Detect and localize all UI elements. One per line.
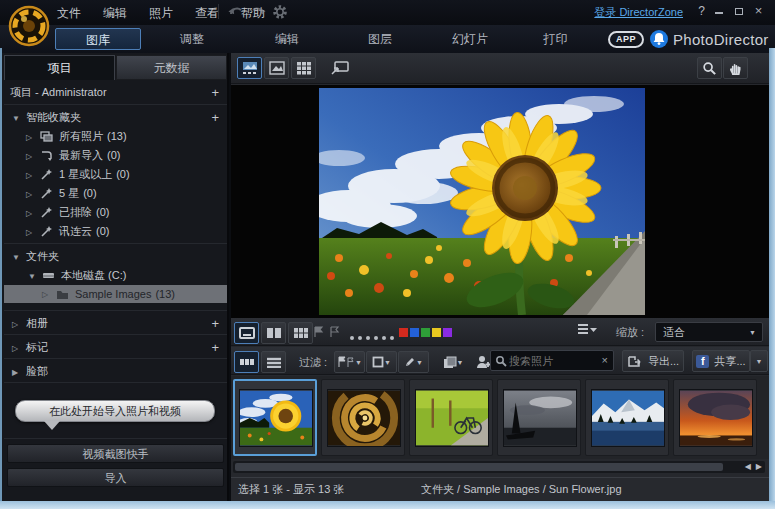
import-hint-tooltip[interactable]: 在此处开始导入照片和视频 bbox=[15, 400, 215, 422]
thumbnail-canoe-lake[interactable] bbox=[497, 379, 581, 456]
import-button[interactable]: 导入 bbox=[7, 468, 224, 487]
login-directorzone-link[interactable]: 登录 DirectorZone bbox=[594, 5, 683, 20]
thumbnail-bicycle-field[interactable] bbox=[409, 379, 493, 456]
menu-file[interactable]: 文件 bbox=[57, 5, 81, 22]
color-label-menu-button[interactable]: ▼ bbox=[437, 351, 469, 373]
notification-bell-icon[interactable] bbox=[650, 30, 668, 48]
color-label-green[interactable] bbox=[421, 328, 430, 337]
add-album-button[interactable]: + bbox=[211, 315, 219, 332]
expand-arrow-icon[interactable]: ▷ bbox=[26, 186, 32, 203]
tab-library[interactable]: 图库 bbox=[55, 28, 141, 50]
color-label-yellow[interactable] bbox=[432, 328, 441, 337]
close-button[interactable]: × bbox=[750, 4, 767, 19]
tab-project[interactable]: 项目 bbox=[4, 55, 115, 80]
add-project-button[interactable]: + bbox=[211, 84, 219, 101]
tree-item-1-star-or-more[interactable]: ▷ 1 星或以上(0) bbox=[4, 166, 227, 183]
help-button[interactable]: ? bbox=[698, 4, 705, 18]
rating-dot[interactable] bbox=[374, 336, 378, 340]
flag-reject-icon[interactable] bbox=[329, 326, 341, 338]
thumbnail-strip-button[interactable] bbox=[234, 351, 259, 373]
rating-dot[interactable] bbox=[358, 336, 362, 340]
tab-adjustment[interactable]: 调整 bbox=[162, 28, 222, 50]
thumbnail-sunflower[interactable] bbox=[233, 379, 317, 456]
tree-item-project[interactable]: 项目 - Administrator + bbox=[4, 84, 227, 101]
expand-arrow-icon[interactable]: ▷ bbox=[26, 129, 32, 146]
expand-arrow-icon[interactable]: ▷ bbox=[42, 286, 48, 304]
tree-item-5-star[interactable]: ▷ 5 星(0) bbox=[4, 185, 227, 202]
undo-icon[interactable] bbox=[228, 4, 244, 20]
dual-display-button[interactable] bbox=[327, 57, 352, 79]
expand-arrow-icon[interactable]: ▷ bbox=[26, 205, 32, 222]
browser-view-button[interactable] bbox=[237, 57, 262, 79]
tab-print[interactable]: 打印 bbox=[528, 28, 583, 50]
tree-item-tags[interactable]: ▷ 标记 + bbox=[4, 339, 227, 356]
zoom-tool-button[interactable] bbox=[697, 57, 722, 79]
expand-arrow-icon[interactable]: ▷ bbox=[26, 148, 32, 165]
maximize-button[interactable] bbox=[730, 4, 747, 19]
pan-hand-button[interactable] bbox=[723, 57, 748, 79]
thumbnail-mountain-lake[interactable] bbox=[585, 379, 669, 456]
redo-icon[interactable] bbox=[250, 4, 266, 20]
thumbnail-spiral-staircase[interactable] bbox=[321, 379, 405, 456]
expand-arrow-icon[interactable]: ▼ bbox=[12, 110, 20, 127]
scrollbar-thumb[interactable] bbox=[235, 463, 723, 471]
expand-arrow-icon[interactable]: ▷ bbox=[12, 340, 18, 357]
tab-edit[interactable]: 编辑 bbox=[257, 28, 317, 50]
single-view-button[interactable] bbox=[234, 322, 259, 344]
rating-dot[interactable] bbox=[382, 336, 386, 340]
tree-item-rejected[interactable]: ▷ 已排除(0) bbox=[4, 204, 227, 221]
tree-item-albums[interactable]: ▷ 相册 + bbox=[4, 315, 227, 332]
search-input[interactable] bbox=[509, 352, 595, 369]
grid-view-button[interactable] bbox=[291, 57, 316, 79]
rating-dot[interactable] bbox=[366, 336, 370, 340]
thumbnail-sunset-clouds[interactable] bbox=[673, 379, 757, 456]
tree-item-folders[interactable]: ▼ 文件夹 bbox=[4, 248, 227, 265]
multi-view-button[interactable] bbox=[288, 322, 313, 344]
scroll-left-icon[interactable]: ◀ bbox=[745, 462, 751, 472]
sort-menu-button[interactable] bbox=[576, 322, 600, 342]
tree-item-latest-import[interactable]: ▷ 最新导入(0) bbox=[4, 147, 227, 164]
tree-item-all-photos[interactable]: ▷ 所有照片(13) bbox=[4, 128, 227, 145]
video-snapshot-button[interactable]: 视频截图快手 bbox=[7, 444, 224, 463]
expand-arrow-icon[interactable]: ▼ bbox=[28, 268, 36, 285]
add-tag-button[interactable]: + bbox=[211, 339, 219, 356]
single-viewer-button[interactable] bbox=[264, 57, 289, 79]
menu-edit[interactable]: 编辑 bbox=[103, 5, 127, 22]
expand-arrow-icon[interactable]: ▶ bbox=[12, 364, 18, 381]
export-button[interactable]: 导出... bbox=[622, 350, 684, 372]
list-view-button[interactable] bbox=[261, 351, 286, 373]
compare-view-button[interactable] bbox=[261, 322, 286, 344]
zoom-level-dropdown[interactable]: 适合 ▼ bbox=[655, 322, 763, 342]
color-label-purple[interactable] bbox=[443, 328, 452, 337]
clear-search-icon[interactable]: × bbox=[602, 354, 608, 366]
tree-item-local-disk[interactable]: ▼ 本地磁盘 (C:) bbox=[4, 267, 227, 284]
menu-photo[interactable]: 照片 bbox=[149, 5, 173, 22]
settings-gear-icon[interactable] bbox=[272, 4, 288, 20]
tree-item-cyberlink-cloud[interactable]: ▷ 讯连云(0) bbox=[4, 223, 227, 240]
expand-arrow-icon[interactable]: ▷ bbox=[26, 167, 32, 184]
app-badge[interactable]: APP bbox=[608, 31, 644, 48]
edited-filter-button[interactable]: ▼ bbox=[398, 351, 429, 373]
tree-item-sample-images[interactable]: ▷ Sample Images(13) bbox=[4, 285, 227, 303]
flag-filter-button[interactable]: ▼ bbox=[334, 351, 365, 373]
flag-pick-icon[interactable] bbox=[313, 326, 325, 338]
add-smart-collection-button[interactable]: + bbox=[211, 109, 219, 126]
tab-layers[interactable]: 图层 bbox=[350, 28, 410, 50]
expand-arrow-icon[interactable]: ▼ bbox=[12, 249, 20, 266]
rating-dot[interactable] bbox=[390, 336, 394, 340]
share-menu-button[interactable]: ▼ bbox=[750, 350, 768, 372]
filmstrip-scrollbar[interactable]: ◀ ▶ bbox=[233, 461, 765, 473]
tab-slideshow[interactable]: 幻灯片 bbox=[435, 28, 505, 50]
menu-view[interactable]: 查看 bbox=[195, 5, 219, 22]
label-filter-button[interactable]: ▼ bbox=[366, 351, 397, 373]
expand-arrow-icon[interactable]: ▷ bbox=[12, 316, 18, 333]
minimize-button[interactable] bbox=[710, 4, 727, 19]
tree-item-faces[interactable]: ▶ 脸部 bbox=[4, 363, 227, 380]
color-label-blue[interactable] bbox=[410, 328, 419, 337]
scroll-right-icon[interactable]: ▶ bbox=[756, 462, 762, 472]
tree-item-smart-collection[interactable]: ▼ 智能收藏夹 + bbox=[4, 109, 227, 126]
share-button[interactable]: f 共享... bbox=[692, 350, 750, 372]
expand-arrow-icon[interactable]: ▷ bbox=[26, 224, 32, 241]
tab-metadata[interactable]: 元数据 bbox=[116, 55, 227, 80]
rating-dot[interactable] bbox=[350, 336, 354, 340]
